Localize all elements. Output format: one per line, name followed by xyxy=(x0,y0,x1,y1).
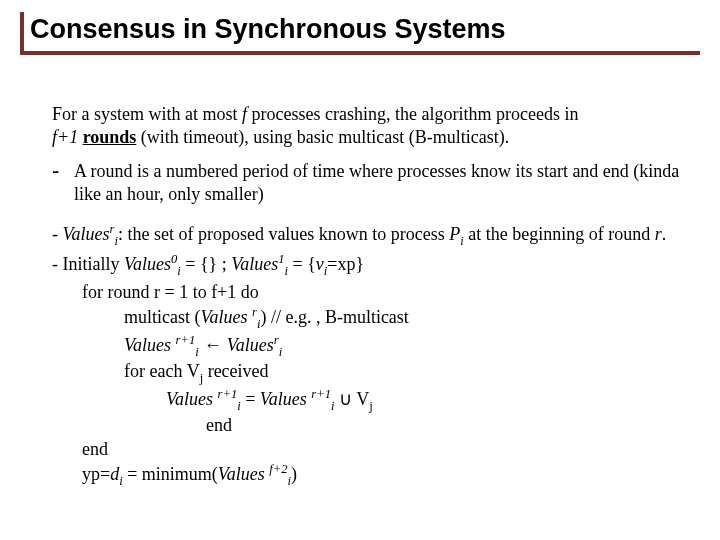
mc-post: ) // e.g. , B-multicast xyxy=(260,307,408,327)
a2-values1: Values xyxy=(166,389,218,409)
foreach-line: for each Vj received xyxy=(52,360,680,386)
def2-values1: Values xyxy=(124,254,171,274)
algorithm-block: - Valuesri: the set of proposed values k… xyxy=(52,221,680,489)
def1-r: r xyxy=(655,224,662,244)
bullet-text: A round is a numbered period of time whe… xyxy=(74,160,680,205)
a1-values1: Values xyxy=(124,335,176,355)
yp-eq: = minimum( xyxy=(123,464,218,484)
fe-pre: for each V xyxy=(124,361,200,381)
def1-colon: : the set of proposed values known to pr… xyxy=(118,224,449,244)
yp-pre: yp= xyxy=(82,464,110,484)
a2-sup1: r+1 xyxy=(218,387,238,401)
intro-mid: processes crashing, the algorithm procee… xyxy=(247,104,578,124)
a1-sup1: r+1 xyxy=(176,333,196,347)
yp-line: yp=di = minimum(Values f+2i) xyxy=(52,461,680,489)
a2-eq: = xyxy=(241,389,260,409)
a2-sup2: r+1 xyxy=(311,387,331,401)
yp-d: d xyxy=(110,464,119,484)
a2-union: ∪ V xyxy=(335,389,370,409)
def2-v: v xyxy=(316,254,324,274)
def1-P: P xyxy=(449,224,460,244)
bullet-row: - A round is a numbered period of time w… xyxy=(52,160,680,205)
a1-arrow: ← xyxy=(199,335,227,355)
intro-paragraph: For a system with at most f processes cr… xyxy=(52,103,680,148)
slide-body: For a system with at most f processes cr… xyxy=(20,55,700,489)
def2-eq2: = { xyxy=(288,254,316,274)
yp-post: ) xyxy=(291,464,297,484)
intro-pre: For a system with at most xyxy=(52,104,242,124)
mc-values: Values xyxy=(200,307,252,327)
assign2-line: Values r+1i = Values r+1i ∪ Vj xyxy=(52,386,680,414)
intro-post: (with timeout), using basic multicast (B… xyxy=(136,127,509,147)
def2-dash: - Initially xyxy=(52,254,124,274)
a2-values2: Values xyxy=(260,389,312,409)
def2-eq1: = {} ; xyxy=(181,254,231,274)
def2-eq3: =xp} xyxy=(327,254,364,274)
end-outer: end xyxy=(52,438,680,461)
multicast-line: multicast (Values ri) // e.g. , B-multic… xyxy=(52,304,680,332)
def1-at: at the beginning of round xyxy=(464,224,655,244)
assign1-line: Values r+1i ← Valuesri xyxy=(52,332,680,360)
def2-values2: Values xyxy=(231,254,278,274)
def-values-r: - Valuesri: the set of proposed values k… xyxy=(52,221,680,249)
for-line: for round r = 1 to f+1 do xyxy=(52,281,680,304)
bullet-dash: - xyxy=(52,160,74,205)
fe-post: received xyxy=(203,361,268,381)
title-container: Consensus in Synchronous Systems xyxy=(20,12,700,55)
slide: Consensus in Synchronous Systems For a s… xyxy=(0,0,720,540)
mc-pre: multicast ( xyxy=(124,307,200,327)
a1-sub2: i xyxy=(279,345,283,359)
yp-values: Values xyxy=(218,464,270,484)
intro-rounds: rounds xyxy=(83,127,137,147)
def1-dash: - xyxy=(52,224,63,244)
def1-values: Values xyxy=(63,224,110,244)
yp-sup: f+2 xyxy=(269,462,287,476)
a2-subj: j xyxy=(369,399,373,413)
end-inner: end xyxy=(52,414,680,437)
def1-dot: . xyxy=(662,224,667,244)
a1-values2: Values xyxy=(227,335,274,355)
def-initially: - Initially Values0i = {} ; Values1i = {… xyxy=(52,251,680,279)
slide-title: Consensus in Synchronous Systems xyxy=(30,14,690,45)
intro-fplus1: f+1 xyxy=(52,127,78,147)
